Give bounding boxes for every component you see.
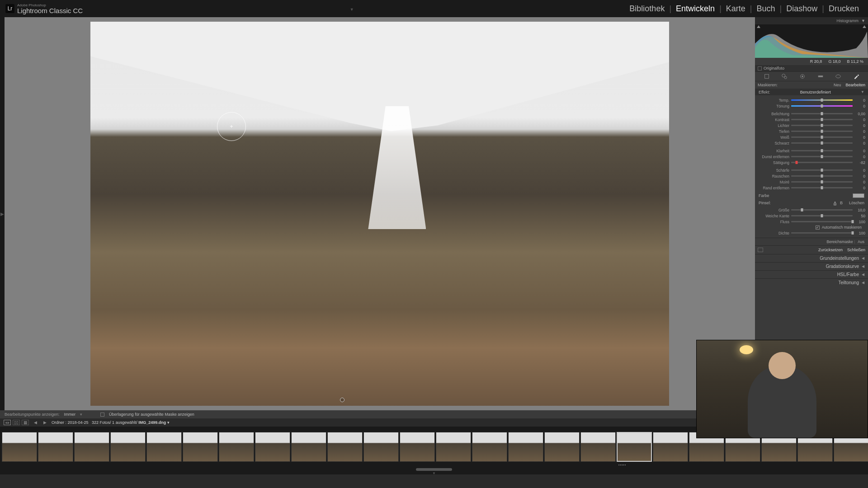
- color-row[interactable]: Farbe: [755, 192, 868, 200]
- slider-size[interactable]: Größe 10,0: [758, 207, 865, 213]
- original-checkbox[interactable]: [758, 66, 762, 70]
- module-print[interactable]: Drucken: [825, 4, 863, 14]
- slider-track[interactable]: [791, 175, 853, 177]
- filmstrip-thumb[interactable]: [38, 432, 73, 462]
- panel-split[interactable]: Teiltonung◀: [755, 278, 868, 286]
- range-mask-row[interactable]: Bereichsmaske : Aus: [755, 238, 868, 245]
- bottom-panel-handle-icon[interactable]: ▼: [0, 472, 868, 474]
- filmstrip-thumb[interactable]: [110, 432, 146, 462]
- slider-track[interactable]: [791, 169, 853, 171]
- mask-edit-button[interactable]: Bearbeiten: [845, 83, 865, 87]
- filmstrip-thumb[interactable]: [544, 432, 580, 462]
- filmstrip-thumb[interactable]: [74, 432, 109, 462]
- slider-track[interactable]: [791, 119, 853, 120]
- module-library[interactable]: Bibliothek: [626, 4, 668, 14]
- automask-checkbox[interactable]: ✓: [816, 225, 820, 230]
- slider-track[interactable]: [791, 187, 853, 188]
- slider-temp[interactable]: Temp. 0: [758, 97, 865, 103]
- mask-pin[interactable]: [340, 398, 344, 402]
- slider-exposure[interactable]: Belichtung 0,00: [758, 111, 865, 117]
- slider-track[interactable]: [791, 113, 853, 114]
- slider-blacks[interactable]: Schwarz 0: [758, 140, 865, 146]
- slider-defringe[interactable]: Rand entfernen 0: [758, 185, 865, 191]
- slider-sharpness[interactable]: Schärfe 0: [758, 167, 865, 173]
- filmstrip-thumb[interactable]: [580, 432, 616, 462]
- original-photo-row[interactable]: Originalfoto: [755, 65, 868, 71]
- slider-moire[interactable]: Moiré 0: [758, 179, 865, 185]
- slider-track[interactable]: [791, 142, 853, 144]
- module-develop[interactable]: Entwickeln: [672, 4, 718, 14]
- left-panel-collapsed[interactable]: ▶: [0, 17, 5, 410]
- mask-new-button[interactable]: Neu: [834, 83, 841, 87]
- filmstrip-thumb[interactable]: [291, 432, 326, 462]
- slider-track[interactable]: [791, 99, 853, 101]
- histogram-header[interactable]: Histogramm ▼: [755, 17, 868, 24]
- slider-track[interactable]: [791, 156, 853, 157]
- slider-feather[interactable]: Weiche Kante 50: [758, 213, 865, 219]
- filmstrip-thumb[interactable]: [146, 432, 182, 462]
- filmstrip-thumb[interactable]: [183, 432, 218, 462]
- slider-track[interactable]: [791, 232, 853, 234]
- module-book[interactable]: Buch: [753, 4, 779, 14]
- histogram[interactable]: [755, 24, 868, 58]
- prev-photo-button[interactable]: ◀: [33, 420, 38, 425]
- close-button[interactable]: Schließen: [847, 248, 865, 252]
- overlay-checkbox[interactable]: [100, 413, 104, 417]
- filmstrip-thumb[interactable]: •••••: [617, 432, 652, 462]
- panel-hsl[interactable]: HSL/Farbe◀: [755, 270, 868, 278]
- highlight-clip-icon[interactable]: [863, 25, 866, 28]
- slider-dehaze[interactable]: Dunst entfernen 0: [758, 154, 865, 160]
- slider-track[interactable]: [791, 209, 853, 211]
- slider-track[interactable]: [791, 215, 853, 216]
- slider-contrast[interactable]: Kontrast 0: [758, 117, 865, 122]
- radial-filter-tool[interactable]: [833, 73, 843, 80]
- panel-basic[interactable]: Grundeinstellungen◀: [755, 254, 868, 262]
- next-photo-button[interactable]: ▶: [42, 420, 48, 425]
- slider-track[interactable]: [791, 125, 853, 126]
- reset-button[interactable]: Zurücksetzen: [818, 248, 843, 252]
- slider-clarity[interactable]: Klarheit 0: [758, 148, 865, 154]
- slider-track[interactable]: [791, 105, 853, 107]
- filmstrip-thumb[interactable]: [219, 432, 254, 462]
- filmstrip-thumb[interactable]: [327, 432, 363, 462]
- effect-preset-row[interactable]: Effekt: Benutzerdefiniert ▼: [755, 89, 868, 95]
- panel-tonecurve[interactable]: Gradationskurve◀: [755, 262, 868, 270]
- filmstrip-thumb[interactable]: [363, 432, 399, 462]
- shadow-clip-icon[interactable]: [757, 25, 760, 28]
- module-map[interactable]: Karte: [722, 4, 749, 14]
- slider-shadows[interactable]: Tiefen 0: [758, 128, 865, 134]
- filmstrip-thumb[interactable]: [400, 432, 435, 462]
- module-slideshow[interactable]: Diashow: [783, 4, 821, 14]
- photo-canvas[interactable]: +: [90, 22, 669, 406]
- filmstrip-thumb[interactable]: [472, 432, 507, 462]
- top-panel-handle-icon[interactable]: ▼: [350, 7, 359, 10]
- brush-erase-button[interactable]: Löschen: [849, 201, 864, 205]
- adjustment-brush-tool[interactable]: [851, 73, 861, 80]
- color-swatch[interactable]: [853, 193, 864, 198]
- filmstrip-thumb[interactable]: [2, 432, 37, 462]
- slider-track[interactable]: [791, 221, 853, 222]
- filmstrip-thumb[interactable]: [508, 432, 543, 462]
- slider-track[interactable]: [791, 181, 853, 183]
- slider-track[interactable]: [791, 136, 853, 138]
- breadcrumb[interactable]: Ordner : 2018-04-25 322 Fotos/ 1 ausgewä…: [52, 420, 170, 425]
- slider-track[interactable]: [791, 162, 853, 163]
- view-mode-compare[interactable]: ▯▯: [13, 420, 20, 425]
- slider-whites[interactable]: Weiß 0: [758, 134, 865, 140]
- brush-panel-switch[interactable]: [758, 248, 763, 252]
- slider-tint[interactable]: Tönung 0: [758, 103, 865, 109]
- filmstrip-thumb[interactable]: [653, 432, 688, 462]
- slider-saturation[interactable]: Sättigung -82: [758, 160, 865, 165]
- brush-a-button[interactable]: A: [834, 201, 836, 205]
- spot-removal-tool[interactable]: [779, 73, 789, 80]
- slider-noise[interactable]: Rauschen 0: [758, 173, 865, 179]
- slider-flow[interactable]: Fluss 100: [758, 219, 865, 225]
- redeye-tool[interactable]: [797, 73, 807, 80]
- slider-track[interactable]: [791, 150, 853, 151]
- view-mode-single[interactable]: ▭: [4, 420, 11, 425]
- brush-b-button[interactable]: B: [840, 201, 843, 205]
- slider-density[interactable]: Dichte 100: [758, 230, 865, 236]
- filmstrip-thumb[interactable]: [436, 432, 471, 462]
- graduated-filter-tool[interactable]: [816, 73, 826, 80]
- slider-track[interactable]: [791, 131, 853, 132]
